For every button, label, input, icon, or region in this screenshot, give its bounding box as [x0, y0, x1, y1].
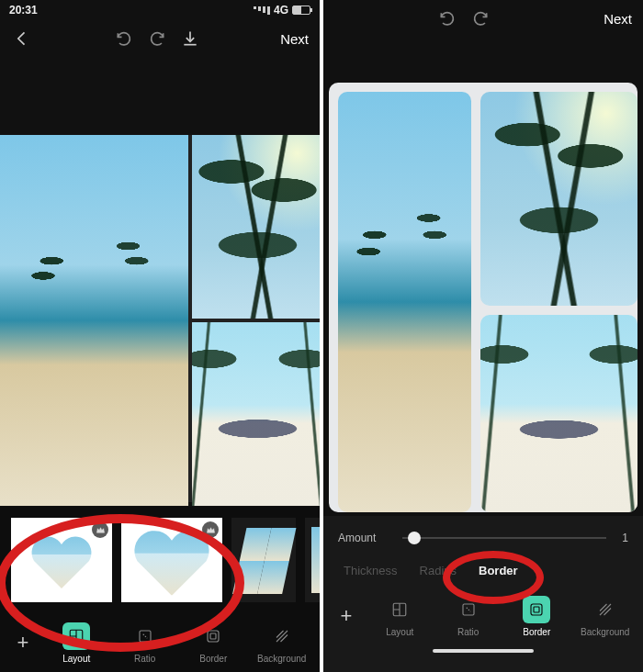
tab-layout[interactable]: Layout	[369, 591, 431, 641]
collage-cell-3[interactable]	[192, 322, 320, 506]
collage-canvas[interactable]	[0, 130, 320, 507]
network-label: 4G	[274, 4, 288, 17]
tab-layout[interactable]: Layout	[46, 618, 107, 667]
next-button[interactable]: Next	[604, 11, 632, 27]
amount-slider[interactable]	[402, 527, 606, 549]
add-panel-button[interactable]: +	[331, 600, 362, 632]
tab-background[interactable]: Background	[575, 591, 637, 641]
svg-rect-3	[210, 633, 216, 639]
collage-cell-3[interactable]	[480, 315, 637, 512]
home-indicator	[433, 649, 534, 653]
tab-label: Border	[523, 627, 550, 637]
phone-screenshot-left: 20:31 4G Next	[0, 0, 320, 672]
tab-label: Background	[581, 627, 629, 637]
svg-rect-6	[531, 604, 542, 615]
layout-template-skew[interactable]	[231, 518, 296, 602]
add-panel-button[interactable]: +	[7, 627, 39, 658]
tab-label: Layout	[386, 627, 413, 637]
tab-background[interactable]: Background	[252, 618, 313, 667]
border-sub-tabs: Thickness Radius Border	[323, 554, 643, 587]
collage-cell-2[interactable]	[192, 135, 320, 319]
tab-label: Background	[257, 654, 306, 664]
layout-template-heart-2[interactable]	[121, 518, 222, 602]
layout-template-heart-1[interactable]	[11, 518, 112, 602]
tab-ratio[interactable]: Ratio	[438, 591, 500, 641]
layout-template-partial[interactable]	[305, 518, 320, 602]
canvas-padding	[0, 57, 320, 130]
collage-cell-2[interactable]	[480, 92, 637, 306]
signal-icon	[254, 6, 270, 15]
undo-icon[interactable]	[436, 7, 458, 29]
tab-border[interactable]: Border	[183, 618, 244, 667]
svg-rect-7	[534, 607, 539, 612]
svg-rect-2	[208, 631, 219, 642]
background-icon	[268, 622, 296, 650]
ratio-icon	[131, 622, 159, 650]
crown-icon	[202, 521, 219, 538]
tab-border[interactable]: Border	[506, 591, 568, 641]
layout-icon	[386, 596, 413, 623]
back-icon[interactable]	[11, 28, 33, 50]
tab-label: Border	[199, 654, 227, 664]
subtab-radius[interactable]: Radius	[412, 560, 464, 581]
border-icon	[523, 596, 550, 623]
layout-icon	[62, 622, 90, 650]
top-toolbar: Next	[323, 0, 643, 37]
status-time: 20:31	[9, 4, 38, 17]
tool-tabs: + Layout Ratio Border	[323, 587, 643, 645]
status-bar: 20:31 4G	[0, 0, 320, 20]
amount-label: Amount	[338, 532, 393, 544]
amount-row: Amount 1	[323, 521, 643, 554]
bottom-panel: + Layout Ratio Border	[0, 507, 320, 672]
collage-canvas[interactable]	[323, 79, 643, 516]
subtab-thickness[interactable]: Thickness	[336, 560, 405, 581]
crown-icon	[92, 521, 108, 538]
bottom-panel: Amount 1 Thickness Radius Border + Layou…	[323, 516, 643, 672]
tab-label: Ratio	[134, 654, 155, 664]
download-icon[interactable]	[179, 28, 201, 50]
layout-template-strip[interactable]	[0, 507, 320, 613]
redo-icon[interactable]	[146, 28, 168, 50]
redo-icon[interactable]	[469, 7, 491, 29]
phone-screenshot-right: Next Amount 1 Thickness Radius Border +	[323, 0, 643, 672]
tab-ratio[interactable]: Ratio	[115, 618, 176, 667]
tab-label: Layout	[62, 654, 90, 664]
amount-value: 1	[615, 532, 628, 544]
ratio-icon	[455, 596, 482, 623]
canvas-padding	[323, 37, 643, 79]
battery-icon	[292, 6, 310, 15]
collage-cell-1[interactable]	[0, 135, 188, 506]
undo-icon[interactable]	[113, 28, 135, 50]
subtab-border[interactable]: Border	[471, 560, 525, 581]
border-icon	[199, 622, 227, 650]
tab-label: Ratio	[457, 627, 479, 637]
collage-cell-1[interactable]	[338, 92, 471, 512]
top-toolbar: Next	[0, 20, 320, 57]
next-button[interactable]: Next	[280, 31, 309, 47]
tool-tabs: + Layout Ratio Border	[0, 613, 320, 672]
background-icon	[592, 596, 619, 623]
